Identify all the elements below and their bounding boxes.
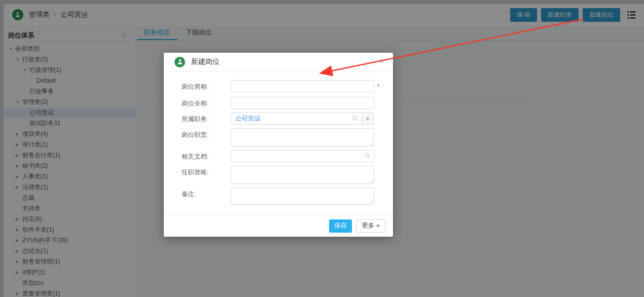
close-icon[interactable]: × bbox=[377, 56, 387, 67]
modal-footer: 保存 更多 » bbox=[164, 214, 393, 237]
post-short-name-input[interactable] bbox=[231, 80, 374, 92]
remarks-textarea[interactable] bbox=[231, 188, 374, 205]
field-label: 任职资格: bbox=[182, 166, 231, 184]
form-row: 岗位全称: bbox=[182, 97, 393, 109]
form-row: 岗位简称: * bbox=[182, 80, 393, 93]
modal-title: 新建岗位 bbox=[191, 57, 220, 66]
post-full-name-input[interactable] bbox=[231, 97, 374, 109]
modal-person-icon bbox=[174, 57, 185, 67]
parent-duty-input[interactable] bbox=[231, 113, 362, 125]
field-label: 备注: bbox=[182, 188, 231, 205]
field-label: 相关文档: bbox=[182, 150, 231, 162]
post-duties-textarea[interactable] bbox=[231, 128, 374, 146]
new-post-modal: 新建岗位 × 岗位简称: * 岗位全称: 所属职务: + 岗位职责: bbox=[164, 53, 393, 237]
field-label: 岗位职责: bbox=[182, 128, 231, 146]
more-button[interactable]: 更多 » bbox=[356, 219, 385, 233]
field-label: 岗位简称: bbox=[182, 80, 231, 93]
form-row: 备注: bbox=[182, 188, 393, 205]
form-row: 岗位职责: bbox=[182, 128, 393, 146]
related-docs-input[interactable] bbox=[231, 150, 374, 162]
modal-body: 岗位简称: * 岗位全称: 所属职务: + 岗位职责: 相关文档: bbox=[164, 71, 393, 205]
field-label: 岗位全称: bbox=[182, 97, 231, 109]
form-row: 相关文档: bbox=[182, 150, 393, 162]
required-marker: * bbox=[377, 80, 380, 93]
form-row: 任职资格: bbox=[182, 166, 393, 184]
save-button[interactable]: 保存 bbox=[329, 219, 352, 233]
add-duty-button[interactable]: + bbox=[362, 113, 374, 125]
modal-header: 新建岗位 × bbox=[164, 53, 393, 71]
form-row: 所属职务: + bbox=[182, 113, 393, 125]
field-label: 所属职务: bbox=[182, 113, 231, 125]
qualifications-textarea[interactable] bbox=[231, 166, 374, 184]
